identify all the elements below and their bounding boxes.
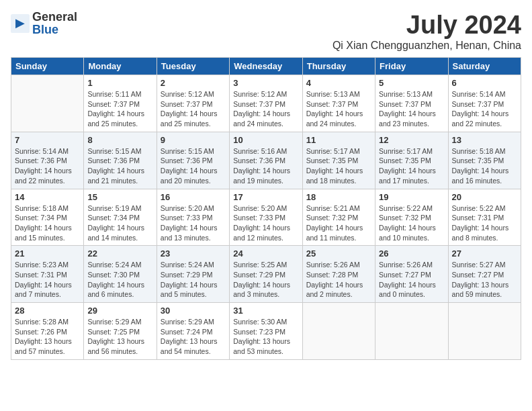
day-header-monday: Monday	[84, 58, 157, 75]
day-header-saturday: Saturday	[448, 58, 521, 75]
day-info: Sunrise: 5:17 AMSunset: 7:35 PMDaylight:…	[306, 146, 371, 186]
day-number: 2	[161, 78, 226, 88]
calendar-cell: 1Sunrise: 5:11 AMSunset: 7:37 PMDaylight…	[84, 75, 157, 132]
calendar-cell: 28Sunrise: 5:28 AMSunset: 7:26 PMDayligh…	[11, 303, 84, 360]
calendar-cell: 24Sunrise: 5:25 AMSunset: 7:29 PMDayligh…	[230, 246, 302, 303]
day-number: 18	[306, 192, 371, 202]
calendar-week-2: 7Sunrise: 5:14 AMSunset: 7:36 PMDaylight…	[11, 132, 521, 189]
calendar-table: SundayMondayTuesdayWednesdayThursdayFrid…	[11, 57, 521, 360]
day-info: Sunrise: 5:28 AMSunset: 7:26 PMDaylight:…	[15, 317, 80, 357]
calendar-cell	[302, 303, 375, 360]
logo-general: General	[32, 10, 77, 24]
calendar-cell: 6Sunrise: 5:14 AMSunset: 7:37 PMDaylight…	[448, 75, 521, 132]
calendar-cell	[11, 75, 84, 132]
calendar-week-1: 1Sunrise: 5:11 AMSunset: 7:37 PMDaylight…	[11, 75, 521, 132]
calendar-week-4: 21Sunrise: 5:23 AMSunset: 7:31 PMDayligh…	[11, 246, 521, 303]
day-info: Sunrise: 5:13 AMSunset: 7:37 PMDaylight:…	[306, 89, 371, 129]
day-number: 9	[161, 135, 226, 145]
calendar-cell: 2Sunrise: 5:12 AMSunset: 7:37 PMDaylight…	[157, 75, 229, 132]
calendar-cell: 26Sunrise: 5:26 AMSunset: 7:27 PMDayligh…	[375, 246, 448, 303]
calendar-cell: 9Sunrise: 5:15 AMSunset: 7:36 PMDaylight…	[157, 132, 229, 189]
calendar-cell: 12Sunrise: 5:17 AMSunset: 7:35 PMDayligh…	[375, 132, 448, 189]
day-info: Sunrise: 5:13 AMSunset: 7:37 PMDaylight:…	[379, 89, 444, 129]
day-info: Sunrise: 5:26 AMSunset: 7:28 PMDaylight:…	[306, 260, 371, 300]
day-info: Sunrise: 5:29 AMSunset: 7:24 PMDaylight:…	[161, 317, 226, 357]
day-header-thursday: Thursday	[302, 58, 375, 75]
calendar-cell: 29Sunrise: 5:29 AMSunset: 7:25 PMDayligh…	[84, 303, 157, 360]
page-header: ▶ General Blue July 2024 Qi Xian Chenggu…	[11, 11, 521, 52]
calendar-cell: 13Sunrise: 5:18 AMSunset: 7:35 PMDayligh…	[448, 132, 521, 189]
calendar-cell: 19Sunrise: 5:22 AMSunset: 7:32 PMDayligh…	[375, 189, 448, 246]
subtitle: Qi Xian Chengguanzhen, Henan, China	[332, 40, 521, 52]
calendar-cell: 4Sunrise: 5:13 AMSunset: 7:37 PMDaylight…	[302, 75, 375, 132]
day-number: 26	[379, 248, 444, 259]
calendar-cell	[448, 303, 521, 360]
day-number: 25	[306, 248, 371, 259]
calendar-cell: 8Sunrise: 5:15 AMSunset: 7:36 PMDaylight…	[84, 132, 157, 189]
day-info: Sunrise: 5:17 AMSunset: 7:35 PMDaylight:…	[379, 146, 444, 186]
day-number: 29	[87, 306, 152, 316]
day-number: 24	[233, 248, 298, 259]
logo-blue: Blue	[32, 23, 58, 36]
day-info: Sunrise: 5:14 AMSunset: 7:36 PMDaylight:…	[15, 146, 80, 186]
day-info: Sunrise: 5:15 AMSunset: 7:36 PMDaylight:…	[161, 146, 226, 186]
day-number: 16	[161, 192, 226, 202]
calendar-cell: 27Sunrise: 5:27 AMSunset: 7:27 PMDayligh…	[448, 246, 521, 303]
day-number: 10	[233, 135, 298, 145]
day-info: Sunrise: 5:24 AMSunset: 7:29 PMDaylight:…	[161, 260, 226, 300]
day-info: Sunrise: 5:11 AMSunset: 7:37 PMDaylight:…	[87, 89, 152, 129]
calendar-cell	[375, 303, 448, 360]
day-number: 14	[15, 192, 80, 202]
day-header-tuesday: Tuesday	[157, 58, 229, 75]
calendar-cell: 15Sunrise: 5:19 AMSunset: 7:34 PMDayligh…	[84, 189, 157, 246]
calendar-cell: 5Sunrise: 5:13 AMSunset: 7:37 PMDaylight…	[375, 75, 448, 132]
logo: ▶ General Blue	[11, 11, 77, 36]
day-number: 8	[87, 135, 152, 145]
day-number: 28	[15, 306, 80, 316]
day-number: 5	[379, 78, 444, 88]
day-header-sunday: Sunday	[11, 58, 84, 75]
day-info: Sunrise: 5:15 AMSunset: 7:36 PMDaylight:…	[87, 146, 152, 186]
svg-text:▶: ▶	[15, 16, 25, 30]
calendar-cell: 30Sunrise: 5:29 AMSunset: 7:24 PMDayligh…	[157, 303, 229, 360]
calendar-header-row: SundayMondayTuesdayWednesdayThursdayFrid…	[11, 58, 521, 75]
day-number: 12	[379, 135, 444, 145]
calendar-cell: 18Sunrise: 5:21 AMSunset: 7:32 PMDayligh…	[302, 189, 375, 246]
day-number: 6	[452, 78, 517, 88]
day-number: 27	[452, 248, 517, 259]
calendar-week-5: 28Sunrise: 5:28 AMSunset: 7:26 PMDayligh…	[11, 303, 521, 360]
day-info: Sunrise: 5:12 AMSunset: 7:37 PMDaylight:…	[161, 89, 226, 129]
day-info: Sunrise: 5:20 AMSunset: 7:33 PMDaylight:…	[233, 203, 298, 243]
day-info: Sunrise: 5:30 AMSunset: 7:23 PMDaylight:…	[233, 317, 298, 357]
day-header-friday: Friday	[375, 58, 448, 75]
day-info: Sunrise: 5:14 AMSunset: 7:37 PMDaylight:…	[452, 89, 517, 129]
day-number: 30	[161, 306, 226, 316]
calendar-body: 1Sunrise: 5:11 AMSunset: 7:37 PMDaylight…	[11, 75, 521, 360]
day-info: Sunrise: 5:27 AMSunset: 7:27 PMDaylight:…	[452, 260, 517, 300]
day-info: Sunrise: 5:24 AMSunset: 7:30 PMDaylight:…	[87, 260, 152, 300]
day-info: Sunrise: 5:23 AMSunset: 7:31 PMDaylight:…	[15, 260, 80, 300]
calendar-cell: 7Sunrise: 5:14 AMSunset: 7:36 PMDaylight…	[11, 132, 84, 189]
day-info: Sunrise: 5:22 AMSunset: 7:31 PMDaylight:…	[452, 203, 517, 243]
day-number: 21	[15, 248, 80, 259]
calendar-week-3: 14Sunrise: 5:18 AMSunset: 7:34 PMDayligh…	[11, 189, 521, 246]
calendar-cell: 16Sunrise: 5:20 AMSunset: 7:33 PMDayligh…	[157, 189, 229, 246]
day-number: 1	[87, 78, 152, 88]
calendar-cell: 23Sunrise: 5:24 AMSunset: 7:29 PMDayligh…	[157, 246, 229, 303]
main-title: July 2024	[332, 11, 521, 40]
day-number: 31	[233, 306, 298, 316]
day-number: 17	[233, 192, 298, 202]
day-number: 7	[15, 135, 80, 145]
calendar-cell: 3Sunrise: 5:12 AMSunset: 7:37 PMDaylight…	[230, 75, 302, 132]
day-number: 15	[87, 192, 152, 202]
day-number: 13	[452, 135, 517, 145]
day-number: 19	[379, 192, 444, 202]
day-number: 20	[452, 192, 517, 202]
calendar-cell: 10Sunrise: 5:16 AMSunset: 7:36 PMDayligh…	[230, 132, 302, 189]
calendar-cell: 25Sunrise: 5:26 AMSunset: 7:28 PMDayligh…	[302, 246, 375, 303]
day-info: Sunrise: 5:18 AMSunset: 7:35 PMDaylight:…	[452, 146, 517, 186]
calendar-cell: 14Sunrise: 5:18 AMSunset: 7:34 PMDayligh…	[11, 189, 84, 246]
calendar-cell: 17Sunrise: 5:20 AMSunset: 7:33 PMDayligh…	[230, 189, 302, 246]
day-number: 11	[306, 135, 371, 145]
calendar-cell: 31Sunrise: 5:30 AMSunset: 7:23 PMDayligh…	[230, 303, 302, 360]
